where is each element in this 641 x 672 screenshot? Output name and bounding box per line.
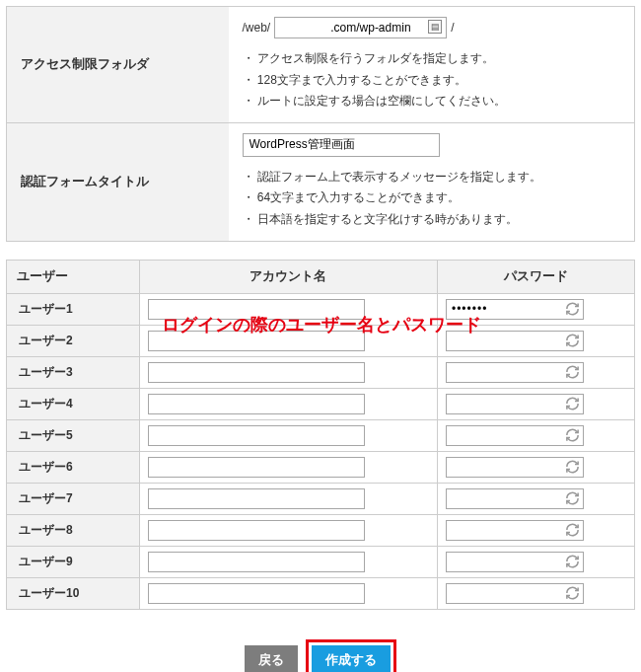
col-password: パスワード [437, 260, 634, 293]
user-row-label: ユーザー10 [7, 577, 140, 609]
password-cell [437, 388, 634, 419]
password-input[interactable] [446, 299, 584, 320]
user-row-label: ユーザー9 [7, 546, 140, 577]
table-row: ユーザー9 [7, 546, 635, 577]
form-title-label: 認証フォームタイトル [7, 122, 229, 241]
refresh-icon[interactable] [565, 365, 580, 380]
col-account: アカウント名 [140, 260, 438, 293]
password-input[interactable] [446, 457, 584, 478]
refresh-icon[interactable] [565, 397, 580, 411]
folder-value-cell: /web/ ▤ / アクセス制限を行うフォルダを指定します。 128文字まで入力… [229, 7, 635, 123]
table-row: ユーザー6 [7, 451, 635, 483]
refresh-icon[interactable] [565, 334, 580, 348]
refresh-icon[interactable] [565, 586, 580, 601]
password-cell [437, 577, 634, 609]
table-row: ユーザー7 [7, 483, 635, 514]
account-input[interactable] [148, 520, 365, 541]
account-cell [140, 388, 438, 419]
account-input[interactable] [148, 552, 365, 572]
account-cell [140, 356, 438, 388]
back-button[interactable]: 戻る [245, 645, 298, 672]
account-input[interactable] [148, 362, 365, 383]
form-title-note: 日本語を指定すると文字化けする時があります。 [243, 209, 621, 231]
password-input[interactable] [446, 552, 584, 572]
form-title-note: 認証フォーム上で表示するメッセージを指定します。 [243, 167, 621, 188]
form-title-value-cell: 認証フォーム上で表示するメッセージを指定します。 64文字まで入力することができ… [229, 122, 635, 241]
password-cell [437, 546, 634, 577]
password-input[interactable] [446, 425, 584, 446]
account-input[interactable] [148, 583, 365, 604]
password-input[interactable] [446, 331, 584, 351]
path-browse-icon[interactable]: ▤ [428, 20, 442, 34]
user-row-label: ユーザー6 [7, 451, 140, 483]
refresh-icon[interactable] [565, 302, 580, 317]
password-input[interactable] [446, 394, 584, 414]
refresh-icon[interactable] [565, 491, 580, 506]
folder-label: アクセス制限フォルダ [7, 7, 229, 123]
refresh-icon[interactable] [565, 460, 580, 475]
password-input[interactable] [446, 362, 584, 383]
settings-table: アクセス制限フォルダ /web/ ▤ / アクセス制限を行うフォルダを指定します… [6, 6, 635, 242]
account-cell [140, 293, 438, 325]
account-input[interactable] [148, 299, 365, 320]
folder-note: 128文字まで入力することができます。 [243, 70, 621, 92]
user-row-label: ユーザー2 [7, 325, 140, 356]
account-cell [140, 325, 438, 356]
account-cell [140, 514, 438, 546]
account-cell [140, 419, 438, 451]
password-input[interactable] [446, 583, 584, 604]
folder-path-input[interactable] [274, 17, 447, 38]
password-cell [437, 356, 634, 388]
submit-highlight: 作成する [306, 639, 396, 672]
table-row: ユーザー3 [7, 356, 635, 388]
refresh-icon[interactable] [565, 555, 580, 569]
folder-note: アクセス制限を行うフォルダを指定します。 [243, 48, 621, 70]
account-input[interactable] [148, 425, 365, 446]
table-row: ユーザー5 [7, 419, 635, 451]
password-input[interactable] [446, 488, 584, 509]
table-row: ユーザー1 [7, 293, 635, 325]
account-input[interactable] [148, 331, 365, 351]
form-title-notes: 認証フォーム上で表示するメッセージを指定します。 64文字まで入力することができ… [243, 167, 621, 231]
account-cell [140, 577, 438, 609]
account-cell [140, 546, 438, 577]
folder-note: ルートに設定する場合は空欄にしてください。 [243, 91, 621, 112]
user-row-label: ユーザー4 [7, 388, 140, 419]
user-row-label: ユーザー3 [7, 356, 140, 388]
table-row: ユーザー2 [7, 325, 635, 356]
password-cell [437, 419, 634, 451]
password-cell [437, 293, 634, 325]
account-cell [140, 483, 438, 514]
table-row: ユーザー4 [7, 388, 635, 419]
refresh-icon[interactable] [565, 428, 580, 443]
account-cell [140, 451, 438, 483]
user-row-label: ユーザー5 [7, 419, 140, 451]
folder-notes: アクセス制限を行うフォルダを指定します。 128文字まで入力することができます。… [243, 48, 621, 112]
refresh-icon[interactable] [565, 523, 580, 538]
password-cell [437, 514, 634, 546]
password-cell [437, 325, 634, 356]
account-input[interactable] [148, 488, 365, 509]
table-row: ユーザー10 [7, 577, 635, 609]
user-row-label: ユーザー8 [7, 514, 140, 546]
table-row: ユーザー8 [7, 514, 635, 546]
col-user: ユーザー [7, 260, 140, 293]
password-cell [437, 483, 634, 514]
path-prefix: /web/ [243, 21, 271, 35]
users-table: ユーザー アカウント名 パスワード ユーザー1ユーザー2ユーザー3ユーザー4ユー… [6, 260, 635, 610]
submit-button[interactable]: 作成する [312, 645, 391, 672]
form-title-input[interactable] [243, 133, 440, 157]
button-row: 戻る 作成する [6, 639, 635, 672]
user-row-label: ユーザー7 [7, 483, 140, 514]
form-title-note: 64文字まで入力することができます。 [243, 187, 621, 209]
password-input[interactable] [446, 520, 584, 541]
user-row-label: ユーザー1 [7, 293, 140, 325]
account-input[interactable] [148, 394, 365, 414]
path-suffix: / [451, 21, 454, 35]
password-cell [437, 451, 634, 483]
account-input[interactable] [148, 457, 365, 478]
